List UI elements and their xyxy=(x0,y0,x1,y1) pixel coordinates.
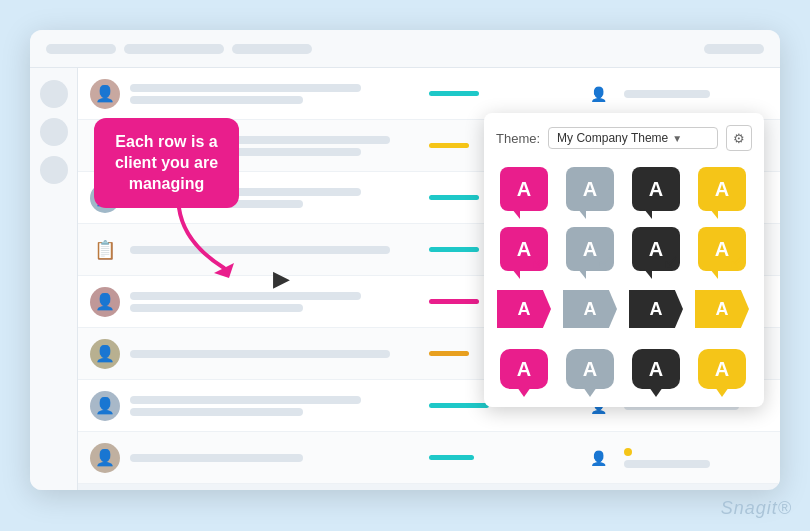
theme-icon-pink-speech[interactable]: A xyxy=(496,163,552,215)
gear-button[interactable]: ⚙ xyxy=(726,125,752,151)
theme-dropdown-value: My Company Theme xyxy=(557,131,668,145)
theme-icon-black-speech[interactable]: A xyxy=(628,163,684,215)
theme-icon-yellow-bottom[interactable]: A xyxy=(694,343,750,395)
bubble-letter: A xyxy=(715,358,729,381)
row-extra-line xyxy=(624,460,711,468)
down-arrow-gray: ↙ xyxy=(597,251,612,273)
gear-icon: ⚙ xyxy=(733,131,745,146)
app-screen: 👤 👤 📋 xyxy=(30,30,780,490)
chevron-pink: A xyxy=(497,290,551,328)
row-extra xyxy=(624,90,769,98)
avatar: 👤 xyxy=(90,391,120,421)
sidebar xyxy=(30,68,78,490)
callout-bubble: Each row is a client you are managing xyxy=(94,118,239,208)
row-extra-line xyxy=(624,90,711,98)
chevron-yellow: A xyxy=(695,290,749,328)
theme-icon-yellow-arrow[interactable]: A ↙ xyxy=(694,223,750,275)
avatar: 👤 xyxy=(90,287,120,317)
row-line-1 xyxy=(130,454,303,462)
bubble-letter: A xyxy=(583,178,597,201)
speech-bubble-yellow: A xyxy=(698,167,746,211)
callout-text: Each row is a client you are managing xyxy=(115,133,218,192)
row-text xyxy=(130,350,419,358)
bubble-letter: A xyxy=(649,178,663,201)
sidebar-icon-2 xyxy=(40,118,68,146)
row-extra xyxy=(624,448,769,468)
theme-icon-black-arrow[interactable]: A ↙ xyxy=(628,223,684,275)
chevron-gray: A xyxy=(563,290,617,328)
row-text xyxy=(130,396,419,416)
avatar-placeholder: 📋 xyxy=(90,235,120,265)
app-content: 👤 👤 📋 xyxy=(30,68,780,490)
theme-icon-black-bottom[interactable]: A xyxy=(628,343,684,395)
dot-indicator xyxy=(624,448,632,456)
speech-bottom-yellow: A xyxy=(698,349,746,389)
theme-icon-gray-bottom[interactable]: A xyxy=(562,343,618,395)
bubble-letter: A xyxy=(517,358,531,381)
theme-icon-pink-bottom[interactable]: A xyxy=(496,343,552,395)
snagit-watermark: Snagit® xyxy=(721,498,792,519)
status-indicator xyxy=(429,455,474,460)
row-text xyxy=(130,84,419,104)
down-arrow-pink: ↙ xyxy=(531,251,546,273)
theme-panel: Theme: My Company Theme ▼ ⚙ A xyxy=(484,113,764,407)
status-indicator xyxy=(429,351,469,356)
bubble-letter: A xyxy=(649,238,663,261)
app-topbar xyxy=(30,30,780,68)
status-indicator xyxy=(429,91,479,96)
speech-bubble-pink: A xyxy=(500,167,548,211)
avatar: 👤 xyxy=(90,339,120,369)
down-arrow-yellow: ↙ xyxy=(729,251,744,273)
row-line-1 xyxy=(130,292,361,300)
theme-icon-pink-arrow[interactable]: A ↙ xyxy=(496,223,552,275)
topbar-nav2 xyxy=(232,44,312,54)
speech-bottom-gray: A xyxy=(566,349,614,389)
theme-icon-yellow-speech[interactable]: A xyxy=(694,163,750,215)
down-arrow-black: ↙ xyxy=(663,251,678,273)
row-status xyxy=(429,455,574,460)
row-icon: 👤 xyxy=(584,450,614,466)
status-indicator xyxy=(429,299,479,304)
row-icon: 👤 xyxy=(584,86,614,102)
bubble-letter: A xyxy=(583,238,597,261)
topbar-nav1 xyxy=(124,44,224,54)
bubble-letter: A xyxy=(517,178,531,201)
row-line-2 xyxy=(130,408,303,416)
bubble-letter: A xyxy=(715,178,729,201)
callout-arrow-svg xyxy=(169,203,249,278)
status-indicator xyxy=(429,195,479,200)
theme-icon-yellow-chevron[interactable]: A xyxy=(694,283,750,335)
row-line-1 xyxy=(130,396,361,404)
row-line-1 xyxy=(130,350,390,358)
topbar-action xyxy=(704,44,764,54)
theme-icon-gray-arrow[interactable]: A ↙ xyxy=(562,223,618,275)
table-area: 👤 👤 📋 xyxy=(78,68,780,490)
speech-bottom-black: A xyxy=(632,349,680,389)
table-row[interactable]: 👤 👤 xyxy=(78,432,780,484)
bubble-letter: A xyxy=(649,358,663,381)
speech-bubble-gray: A xyxy=(566,167,614,211)
theme-icon-gray-chevron[interactable]: A xyxy=(562,283,618,335)
status-indicator xyxy=(429,403,489,408)
row-text xyxy=(130,292,419,312)
row-status xyxy=(429,91,574,96)
speech-bubble-black: A xyxy=(632,167,680,211)
theme-icon-pink-chevron[interactable]: A xyxy=(496,283,552,335)
theme-icon-grid: A A A A xyxy=(496,163,752,395)
row-line-2 xyxy=(130,96,303,104)
row-line-1 xyxy=(130,84,361,92)
theme-icon-black-chevron[interactable]: A xyxy=(628,283,684,335)
theme-dropdown[interactable]: My Company Theme ▼ xyxy=(548,127,718,149)
status-indicator xyxy=(429,143,469,148)
avatar: 👤 xyxy=(90,443,120,473)
row-text xyxy=(130,454,419,462)
bubble-letter: A xyxy=(715,238,729,261)
mouse-cursor: ▶ xyxy=(273,266,290,292)
theme-label: Theme: xyxy=(496,131,540,146)
theme-header: Theme: My Company Theme ▼ ⚙ xyxy=(496,125,752,151)
chevron-down-icon: ▼ xyxy=(672,133,682,144)
theme-icon-gray-speech[interactable]: A xyxy=(562,163,618,215)
bubble-letter: A xyxy=(517,238,531,261)
row-line-2 xyxy=(130,304,303,312)
status-indicator xyxy=(429,247,479,252)
